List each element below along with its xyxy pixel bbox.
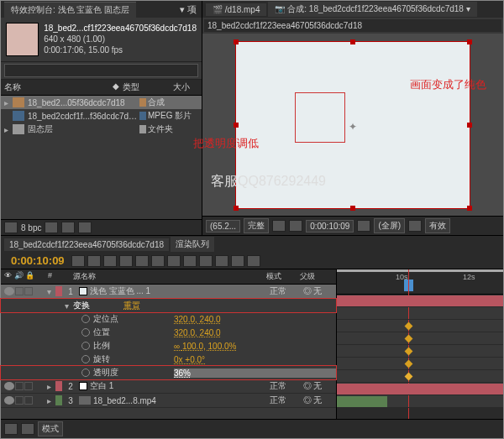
layer-bar-1[interactable]	[337, 295, 503, 306]
transform-group[interactable]: ▾ 变换 重置	[1, 299, 336, 312]
comp-mini-tab[interactable]: 18_bed2cdcf1f223eea46705f36dcdc7d18	[204, 19, 501, 32]
layer-bar-2[interactable]	[337, 384, 503, 395]
footage-viewer-tab[interactable]: 🎬 /d18.mp4	[206, 3, 266, 16]
grid-button[interactable]	[272, 220, 286, 232]
keyframe-icon[interactable]	[405, 322, 413, 331]
stopwatch-icon[interactable]	[81, 342, 90, 350]
column-name[interactable]: 名称	[4, 81, 113, 93]
graph-editor-button[interactable]	[135, 255, 149, 267]
mask-button[interactable]	[289, 220, 302, 232]
view-dropdown[interactable]: (全屏)	[374, 218, 405, 233]
effects-tab[interactable]: 特效控制台: 浅色 宝蓝色 固态层	[4, 2, 136, 18]
stopwatch-icon[interactable]	[81, 315, 90, 323]
switch4-button[interactable]	[199, 255, 213, 267]
interpret-footage-button[interactable]	[4, 222, 18, 233]
anchor-icon[interactable]: ✦	[349, 121, 357, 129]
col-parent[interactable]: 父级	[300, 271, 333, 282]
layer-row-1[interactable]: ▾ 1 浅色 宝蓝色 ... 1 正常 ◎ 无	[1, 285, 336, 299]
eye-icon[interactable]	[4, 382, 14, 390]
bpc-indicator[interactable]: 8 bpc	[21, 223, 41, 233]
brain-button[interactable]	[119, 255, 133, 267]
keyframe-icon[interactable]	[405, 335, 413, 343]
switch6-button[interactable]	[231, 255, 244, 267]
twirl-icon[interactable]: ▸	[4, 125, 13, 134]
toggle-switches-button[interactable]	[4, 423, 18, 435]
solo-toggle[interactable]	[15, 382, 24, 390]
timeline-comp-tab[interactable]: 18_bed2cdcf1f223eea46705f36dcdc7d18	[4, 238, 169, 251]
prop-rotation[interactable]: 旋转 0x +0.0°	[1, 353, 336, 366]
lock-toggle[interactable]	[24, 287, 33, 295]
project-item-comp[interactable]: ▸ 18_bed2...05f36dcdc7d18 合成	[1, 96, 202, 109]
shy-button[interactable]	[71, 255, 85, 267]
toggle-pane-button[interactable]	[21, 423, 34, 435]
viewport[interactable]: ✦ 画面变成了纯色 客服QQ876292449	[202, 34, 503, 216]
prop-position[interactable]: 位置 320.0, 240.0	[1, 326, 336, 339]
project-search-input[interactable]	[4, 64, 198, 77]
solo-toggle[interactable]	[15, 287, 24, 295]
keyframe-icon[interactable]	[405, 373, 413, 381]
stopwatch-icon[interactable]	[81, 328, 90, 337]
camera-dropdown[interactable]: 有效	[425, 218, 450, 233]
new-folder-button[interactable]	[45, 222, 58, 233]
label-color[interactable]	[139, 112, 146, 120]
column-label-icon[interactable]: ◆	[113, 81, 123, 93]
handle-tc[interactable]	[350, 39, 355, 44]
resolution-dropdown[interactable]: 完整	[244, 218, 269, 233]
eye-icon[interactable]	[4, 396, 14, 405]
panel-menu-button[interactable]: ▾ 项	[175, 3, 202, 16]
switch2-button[interactable]	[167, 255, 181, 267]
stopwatch-icon[interactable]	[81, 368, 90, 377]
trash-button[interactable]	[78, 222, 92, 233]
switch7-button[interactable]	[247, 255, 260, 267]
column-size[interactable]: 大小	[173, 81, 198, 93]
new-comp-button[interactable]	[61, 222, 75, 233]
render-queue-tab[interactable]: 渲染队列	[171, 237, 214, 252]
layer-twirl[interactable]: ▾	[47, 287, 55, 296]
handle-tr[interactable]	[467, 39, 472, 44]
col-mode[interactable]: 模式	[266, 271, 300, 282]
keyframe-icon[interactable]	[405, 348, 413, 356]
prop-scale[interactable]: 比例 ∞ 100.0, 100.0%	[1, 339, 336, 353]
project-item-folder[interactable]: ▸ 固态层 文件夹	[1, 123, 202, 136]
lock-toggle[interactable]	[24, 382, 33, 390]
layer-twirl[interactable]: ▸	[47, 396, 55, 405]
twirl-icon[interactable]: ▸	[4, 98, 13, 107]
comp-viewer-tab[interactable]: 📷 合成: 18_bed2cdcf1f223eea46705f36dcdc7d1…	[268, 2, 476, 17]
viewer-timecode[interactable]: 0:00:10:09	[306, 220, 354, 233]
col-source[interactable]: 源名称	[73, 271, 182, 282]
snapshot-button[interactable]	[357, 220, 370, 232]
project-item-video[interactable]: 18_bed2cdcf1f...f36dcdc7d18.mp4 MPEG 影片	[1, 109, 202, 123]
prop-opacity[interactable]: 透明度 36%	[1, 366, 336, 379]
handle-bl[interactable]	[234, 206, 239, 211]
layer-row-2[interactable]: ▸ 2 空白 1 正常 ◎ 无	[1, 379, 336, 394]
col-index[interactable]: #	[48, 271, 73, 282]
3d-view-button[interactable]	[408, 220, 422, 232]
switch5-button[interactable]	[215, 255, 228, 267]
handle-br[interactable]	[467, 206, 472, 211]
lock-toggle[interactable]	[24, 396, 33, 405]
label-color[interactable]	[139, 125, 146, 133]
layer-label-color[interactable]	[55, 381, 62, 391]
handle-tl[interactable]	[234, 39, 239, 44]
switch1-button[interactable]	[151, 255, 165, 267]
layer-bar-3[interactable]	[337, 396, 387, 407]
handle-ml[interactable]	[234, 123, 239, 128]
layer-label-color[interactable]	[55, 286, 62, 296]
layer-label-color[interactable]	[55, 395, 62, 405]
column-type[interactable]: 类型	[123, 81, 173, 93]
timeline-timecode[interactable]: 0:00:10:09	[4, 254, 71, 267]
handle-bc[interactable]	[350, 206, 355, 211]
keyframe-icon[interactable]	[405, 360, 413, 368]
label-color[interactable]	[139, 98, 146, 107]
stopwatch-icon[interactable]	[81, 355, 90, 363]
footage-thumbnail[interactable]	[6, 23, 39, 56]
time-ruler[interactable]: 10s 12s	[337, 269, 503, 295]
motion-blur-button[interactable]	[103, 255, 117, 267]
layer-row-3[interactable]: ▸ 3 18_bed2...8.mp4 正常 ◎ 无	[1, 394, 336, 408]
zoom-dropdown[interactable]: (65.2...	[206, 220, 240, 233]
work-area-bar[interactable]	[337, 269, 503, 272]
group-twirl[interactable]: ▾	[65, 301, 73, 311]
handle-mr[interactable]	[467, 123, 472, 128]
frame-blend-button[interactable]	[87, 255, 101, 267]
layer-twirl[interactable]: ▸	[47, 382, 55, 391]
